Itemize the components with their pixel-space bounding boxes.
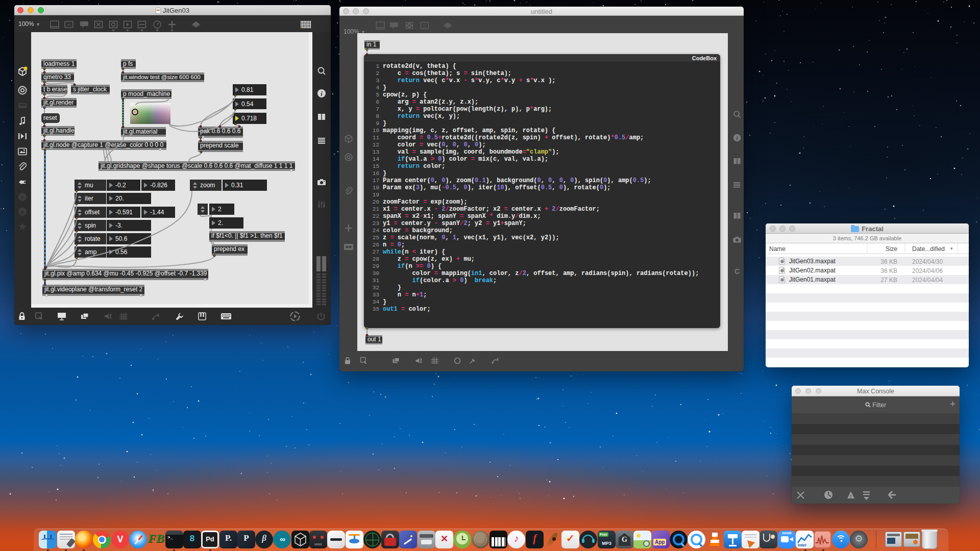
svg-text:!: ! (850, 494, 852, 499)
svg-text:C: C (734, 267, 740, 276)
svg-text:de: de (423, 26, 427, 29)
